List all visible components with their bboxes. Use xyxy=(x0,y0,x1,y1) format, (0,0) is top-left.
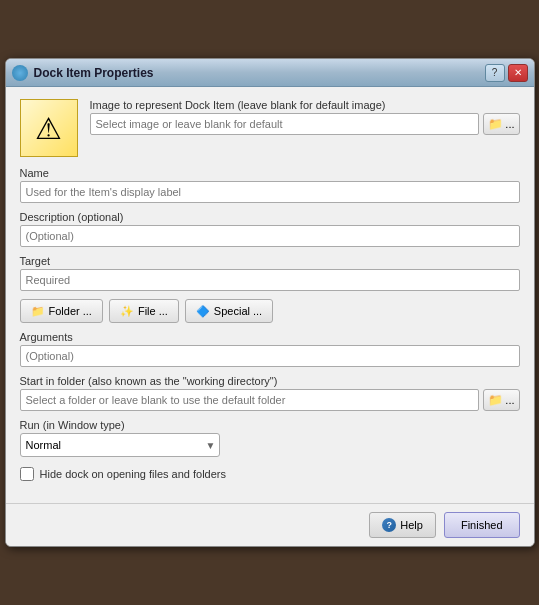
image-browse-button[interactable]: 📁 ... xyxy=(483,113,519,135)
hide-dock-label: Hide dock on opening files and folders xyxy=(40,468,227,480)
top-section: ⚠ Image to represent Dock Item (leave bl… xyxy=(20,99,520,157)
dock-item-properties-window: Dock Item Properties ? ✕ ⚠ Image to repr… xyxy=(5,58,535,547)
folder-btn-icon: 📁 xyxy=(31,305,45,318)
run-section: Run (in Window type) Normal Minimized Ma… xyxy=(20,419,520,457)
special-btn-icon: 🔷 xyxy=(196,305,210,318)
start-folder-icon: 📁 xyxy=(488,393,503,407)
target-buttons: 📁 Folder ... ✨ File ... 🔷 Special ... xyxy=(20,299,520,323)
hide-dock-checkbox-row: Hide dock on opening files and folders xyxy=(20,467,520,481)
special-btn-label: Special ... xyxy=(214,305,262,317)
start-folder-label: Start in folder (also known as the "work… xyxy=(20,375,520,387)
description-input[interactable] xyxy=(20,225,520,247)
main-content: ⚠ Image to represent Dock Item (leave bl… xyxy=(6,87,534,503)
title-bar: Dock Item Properties ? ✕ xyxy=(6,59,534,87)
arguments-input[interactable] xyxy=(20,345,520,367)
help-icon: ? xyxy=(382,518,396,532)
dock-item-icon: ⚠ xyxy=(20,99,78,157)
file-button[interactable]: ✨ File ... xyxy=(109,299,179,323)
help-label: Help xyxy=(400,519,423,531)
right-fields: Image to represent Dock Item (leave blan… xyxy=(90,99,520,135)
window-icon xyxy=(12,65,28,81)
run-label: Run (in Window type) xyxy=(20,419,520,431)
name-label: Name xyxy=(20,167,520,179)
folder-btn-label: Folder ... xyxy=(49,305,92,317)
name-input[interactable] xyxy=(20,181,520,203)
close-window-button[interactable]: ✕ xyxy=(508,64,528,82)
image-input[interactable] xyxy=(90,113,480,135)
file-btn-icon: ✨ xyxy=(120,305,134,318)
help-window-button[interactable]: ? xyxy=(485,64,505,82)
name-section: Name xyxy=(20,167,520,203)
finished-button[interactable]: Finished xyxy=(444,512,520,538)
arguments-label: Arguments xyxy=(20,331,520,343)
footer-bar: ? Help Finished xyxy=(6,503,534,546)
target-label: Target xyxy=(20,255,520,267)
image-input-row: 📁 ... xyxy=(90,113,520,135)
run-select-wrapper: Normal Minimized Maximized ▼ xyxy=(20,433,220,457)
start-folder-section: Start in folder (also known as the "work… xyxy=(20,375,520,411)
target-input[interactable] xyxy=(20,269,520,291)
window-title: Dock Item Properties xyxy=(34,66,485,80)
folder-button[interactable]: 📁 Folder ... xyxy=(20,299,103,323)
file-btn-label: File ... xyxy=(138,305,168,317)
description-label: Description (optional) xyxy=(20,211,520,223)
description-section: Description (optional) xyxy=(20,211,520,247)
special-button[interactable]: 🔷 Special ... xyxy=(185,299,273,323)
start-folder-browse-label: ... xyxy=(505,394,514,406)
target-section: Target 📁 Folder ... ✨ File ... 🔷 Special… xyxy=(20,255,520,323)
title-bar-buttons: ? ✕ xyxy=(485,64,528,82)
arguments-section: Arguments xyxy=(20,331,520,367)
start-folder-input-row: 📁 ... xyxy=(20,389,520,411)
folder-icon: 📁 xyxy=(488,117,503,131)
help-button[interactable]: ? Help xyxy=(369,512,436,538)
start-folder-browse-button[interactable]: 📁 ... xyxy=(483,389,519,411)
start-folder-input[interactable] xyxy=(20,389,480,411)
image-label: Image to represent Dock Item (leave blan… xyxy=(90,99,520,111)
hide-dock-checkbox[interactable] xyxy=(20,467,34,481)
image-browse-label: ... xyxy=(505,118,514,130)
run-select[interactable]: Normal Minimized Maximized xyxy=(20,433,220,457)
